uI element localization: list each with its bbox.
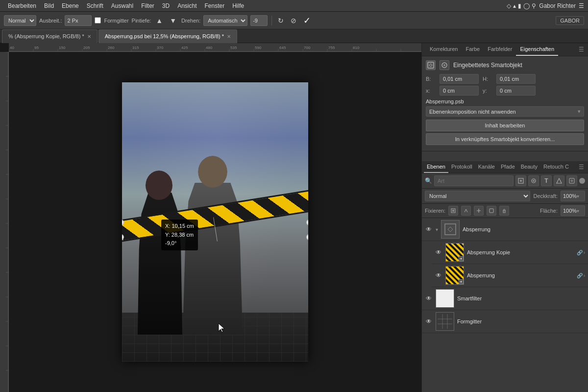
layers-search-input[interactable] bbox=[434, 175, 514, 186]
layer-kopie-name: Absperrung Kopie bbox=[467, 249, 574, 255]
convert-btn[interactable]: In verknüpftes Smartobjekt konvertieren.… bbox=[426, 133, 584, 145]
svg-rect-34 bbox=[0, 52, 9, 392]
layer-smartfilter[interactable]: 👁 Smartfilter bbox=[422, 287, 588, 310]
menu-icon[interactable]: ☰ bbox=[579, 2, 584, 9]
fill-value[interactable]: 100% ▾ bbox=[561, 205, 585, 216]
user-name: Gabor Richter bbox=[539, 2, 576, 9]
edit-content-btn[interactable]: Inhalt bearbeiten bbox=[426, 120, 584, 131]
opacity-value[interactable]: 100% ▾ bbox=[561, 191, 585, 201]
layers-tab-ebenen[interactable]: Ebenen bbox=[424, 161, 448, 173]
layer-formgitter-name: Formgitter bbox=[457, 318, 585, 324]
svg-text:40: 40 bbox=[10, 46, 14, 50]
panel-menu-icon[interactable]: ☰ bbox=[579, 46, 584, 53]
opacity-label: Deckkraft: bbox=[533, 193, 558, 199]
tab-0-close[interactable]: ✕ bbox=[87, 34, 91, 39]
layers-tab-retouch[interactable]: Retouch C bbox=[540, 161, 572, 173]
layer-absperrung[interactable]: 👁 Absperrung 🔗 › bbox=[432, 264, 588, 287]
canvas-document[interactable]: X: 10,15 cm Y: 28,38 cm -9,0° bbox=[122, 82, 308, 362]
ruler-vertical bbox=[0, 52, 9, 392]
menu-bild[interactable]: Bild bbox=[40, 1, 58, 10]
lock-move-btn[interactable] bbox=[474, 206, 484, 216]
layer-kopie-info: Absperrung Kopie bbox=[467, 249, 574, 255]
menu-ansicht[interactable]: Ansicht bbox=[173, 1, 200, 10]
pintiefe-down-btn[interactable]: ▼ bbox=[168, 16, 178, 25]
b-value[interactable]: 0,01 cm bbox=[440, 74, 479, 84]
svg-text:535: 535 bbox=[230, 46, 237, 50]
menu-fenster[interactable]: Fenster bbox=[201, 1, 229, 10]
ruler-v-svg bbox=[0, 52, 9, 392]
menu-auswahl[interactable]: Auswahl bbox=[107, 1, 137, 10]
tab-eigenschaften[interactable]: Eigenschaften bbox=[516, 43, 558, 56]
svg-text:370: 370 bbox=[157, 46, 164, 50]
x-value[interactable]: 0 cm bbox=[440, 86, 479, 96]
menu-filter[interactable]: Filter bbox=[137, 1, 158, 10]
layer-eye-smartfilter[interactable]: 👁 bbox=[425, 294, 433, 302]
h-value[interactable]: 0,01 cm bbox=[496, 74, 536, 84]
blend-mode-select[interactable]: Normal bbox=[4, 15, 36, 26]
layer-formgitter-info: Formgitter bbox=[457, 318, 585, 324]
tab-1[interactable]: Absperrung.psd bei 12,5% (Absperrung, RG… bbox=[98, 29, 237, 43]
layers-icon-smart[interactable] bbox=[566, 175, 577, 186]
menu-bearbeiten[interactable]: Bearbeiten bbox=[4, 1, 40, 10]
canvas-viewport: X: 10,15 cm Y: 28,38 cm -9,0° bbox=[9, 52, 421, 392]
opacity-arrow: ▾ bbox=[577, 194, 579, 199]
layer-eye-kopie[interactable]: 👁 bbox=[435, 248, 442, 256]
lock-pixel-btn[interactable] bbox=[448, 206, 458, 216]
layers-icon-adjust[interactable] bbox=[528, 175, 539, 186]
menu-hilfe[interactable]: Hilfe bbox=[228, 1, 248, 10]
y-value[interactable]: 0 cm bbox=[496, 86, 536, 96]
divider bbox=[271, 16, 272, 25]
layers-tab-pfade[interactable]: Pfade bbox=[498, 161, 518, 173]
menu-3d[interactable]: 3D bbox=[158, 1, 173, 10]
confirm-btn[interactable]: ✓ bbox=[301, 14, 313, 27]
layer-formgitter[interactable]: 👁 Formgitter bbox=[422, 310, 588, 333]
tab-0[interactable]: % (Absperrung Kopie, RGB/8) * ✕ bbox=[2, 29, 98, 43]
formgitter-checkbox[interactable] bbox=[95, 17, 101, 24]
layers-tab-protokoll[interactable]: Protokoll bbox=[448, 161, 475, 173]
layers-icon-type[interactable]: T bbox=[541, 175, 552, 186]
rotation-input[interactable] bbox=[250, 15, 268, 26]
menu-ebene[interactable]: Ebene bbox=[58, 1, 83, 10]
lock-artboard-btn[interactable] bbox=[487, 206, 496, 216]
canvas-area[interactable]: 40 95 150 205 260 315 370 425 480 535 59… bbox=[0, 43, 421, 392]
pintiefe-label: Pintiefe: bbox=[132, 18, 151, 24]
reset-btn[interactable]: ↻ bbox=[276, 16, 286, 25]
tab-korrekturen[interactable]: Korrekturen bbox=[426, 43, 462, 56]
layers-panel-menu[interactable]: ☰ bbox=[577, 161, 586, 173]
x-label: x: bbox=[426, 88, 436, 94]
layers-tab-beauty[interactable]: Beauty bbox=[518, 161, 540, 173]
layer-arrow-icon2: › bbox=[584, 273, 585, 278]
cancel-btn[interactable]: ⊘ bbox=[289, 16, 298, 25]
h-label: H: bbox=[483, 76, 492, 82]
ausbreit-input[interactable] bbox=[65, 15, 92, 26]
group-arrow[interactable]: ▾ bbox=[436, 227, 438, 232]
lock-all-btn[interactable] bbox=[499, 206, 509, 216]
layer-eye-group[interactable]: 👁 bbox=[425, 225, 433, 233]
ausbreit-label: Ausbreit.: bbox=[39, 18, 62, 24]
layer-absperrung-kopie[interactable]: 👁 Absperrung Kopie 🔗 › bbox=[432, 241, 588, 264]
tab-farbfelder[interactable]: Farbfelder bbox=[484, 43, 516, 56]
pintiefe-up-btn[interactable]: ▲ bbox=[154, 16, 165, 25]
search-icon[interactable]: ⚲ bbox=[532, 2, 536, 9]
toolbar: Normal Ausbreit.: Formgitter Pintiefe: ▲… bbox=[0, 12, 588, 29]
layer-thumb-kopie bbox=[445, 243, 464, 262]
menu-bar-right: ◇ ▴ ▮ ◯ ⚲ Gabor Richter ☰ bbox=[507, 2, 584, 9]
layer-thumb-smartfilter bbox=[436, 289, 454, 308]
tab-farbe[interactable]: Farbe bbox=[462, 43, 484, 56]
layers-icon-shape[interactable] bbox=[554, 175, 564, 186]
menu-bar: Bearbeiten Bild Ebene Schrift Auswahl Fi… bbox=[0, 0, 588, 12]
layer-eye-absperrung[interactable]: 👁 bbox=[435, 271, 442, 279]
layer-thumb-formgitter bbox=[436, 312, 454, 331]
tab-1-close[interactable]: ✕ bbox=[227, 34, 231, 39]
layer-smartfilter-name: Smartfilter bbox=[457, 295, 585, 301]
composition-dropdown[interactable]: Ebenenkomposition nicht anwenden ▾ bbox=[426, 106, 584, 117]
svg-rect-57 bbox=[569, 178, 574, 183]
menu-schrift[interactable]: Schrift bbox=[83, 1, 107, 10]
layer-group-absperrung[interactable]: 👁 ▾ Absperrung bbox=[422, 218, 588, 241]
lock-paint-btn[interactable] bbox=[461, 206, 471, 216]
layers-tab-kanaele[interactable]: Kanäle bbox=[475, 161, 498, 173]
drehen-select[interactable]: Automatisch bbox=[203, 15, 247, 26]
layers-blend-select[interactable]: Normal bbox=[425, 191, 530, 201]
layer-eye-formgitter[interactable]: 👁 bbox=[425, 318, 433, 325]
layers-icon-pixel[interactable] bbox=[515, 175, 526, 186]
